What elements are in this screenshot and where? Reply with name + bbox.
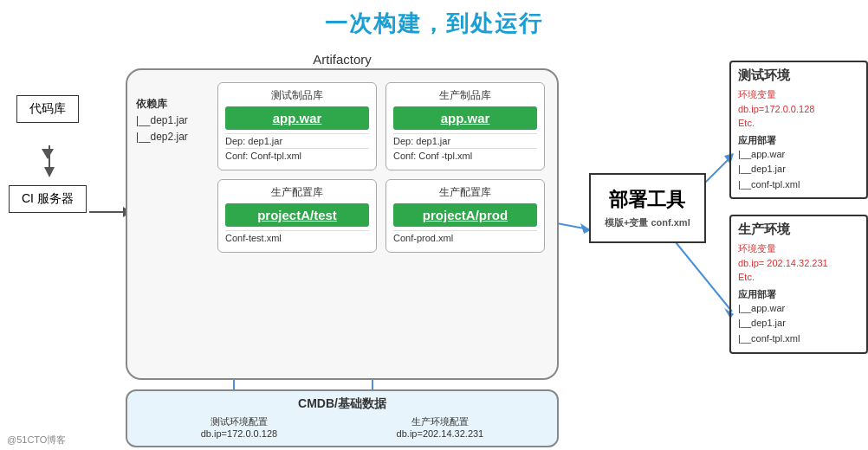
prod-product-conf: Conf: Conf -tpl.xml [393,148,537,163]
test-env-box: 测试环境 环境变量 db.ip=172.0.0.128Etc. 应用部署 |__… [729,61,868,199]
cmdb-test-label: 测试环境配置 [201,415,277,428]
test-config-repo: 生产配置库 projectA/test Conf-test.xml [217,179,377,253]
watermark: @51CTO博客 [7,434,66,447]
cmdb-body: CMDB/基础数据 测试环境配置 db.ip=172.0.0.128 生产环境配… [126,389,559,447]
test-env-vars-label: 环境变量 [738,87,859,102]
code-repo-box: 代码库 [16,95,79,123]
dep-lib-item1: |__dep1.jar [136,112,188,129]
prod-env-box: 生产环境 环境变量 db.ip= 202.14.32.231Etc. 应用部署 … [729,215,868,353]
cmdb-prod-ip: db.ip=202.14.32.231 [397,428,484,439]
artifactory-body: 依赖库 |__dep1.jar |__dep2.jar 测试制品库 app.wa… [126,68,559,380]
prod-env-deploy-items: |__app.war|__dep1.jar|__conf-tpl.xml [738,301,859,347]
dep-lib-item2: |__dep2.jar [136,129,188,145]
prod-product-dep: Dep: dep1.jar [393,133,537,148]
prod-config-title: 生产配置库 [393,185,537,200]
cmdb-container: CMDB/基础数据 测试环境配置 db.ip=172.0.0.128 生产环境配… [126,389,559,447]
test-product-conf: Conf: Conf-tpl.xml [225,148,369,163]
test-config-project: projectA/test [225,203,369,227]
prod-env-vars-label: 环境变量 [738,241,859,256]
deploy-tool-sub: 模版+变量 conf.xml [605,216,690,229]
test-env-deploy-label: 应用部署 [738,134,859,147]
prod-env-deploy-label: 应用部署 [738,288,859,301]
cmdb-items: 测试环境配置 db.ip=172.0.0.128 生产环境配置 db.ip=20… [141,415,543,439]
cmdb-title: CMDB/基础数据 [141,396,543,412]
test-product-title: 测试制品库 [225,88,369,103]
test-env-title: 测试环境 [738,68,859,84]
prod-product-app: app.war [393,106,537,130]
prod-config-project: projectA/prod [393,203,537,227]
down-arrow-1 [42,149,54,159]
prod-product-repo: 生产制品库 app.war Dep: dep1.jar Conf: Conf -… [385,82,545,170]
dep-lib-section: 依赖库 |__dep1.jar |__dep2.jar [136,96,188,146]
test-product-app: app.war [225,106,369,130]
deploy-tool-label: 部署工具 [605,187,690,213]
cmdb-prod-label: 生产环境配置 [397,415,484,428]
deploy-tool-box: 部署工具 模版+变量 conf.xml [589,173,706,243]
prod-config-conf: Conf-prod.xml [393,230,537,245]
prod-product-title: 生产制品库 [393,88,537,103]
prod-env-vars: db.ip= 202.14.32.231Etc. [738,256,859,285]
page-title: 一次构建，到处运行 [0,0,868,39]
test-product-dep: Dep: dep1.jar [225,133,369,148]
prod-env-title: 生产环境 [738,222,859,238]
main-area: 代码库 CI 服务器 Artifactory 依赖库 |__dep1.jar |… [0,43,868,450]
svg-line-8 [676,242,732,312]
test-config-title: 生产配置库 [225,185,369,200]
artifactory-container: Artifactory 依赖库 |__dep1.jar |__dep2.jar … [126,52,559,389]
artifactory-label: Artifactory [126,52,559,67]
dep-lib-title: 依赖库 [136,96,188,112]
cmdb-prod-env: 生产环境配置 db.ip=202.14.32.231 [397,415,484,439]
cmdb-test-ip: db.ip=172.0.0.128 [201,428,277,439]
test-env-vars: db.ip=172.0.0.128Etc. [738,102,859,131]
test-env-deploy-items: |__app.war|__dep1.jar|__conf-tpl.xml [738,147,859,193]
test-config-conf: Conf-test.xml [225,230,369,245]
left-panel: 代码库 CI 服务器 [9,95,87,213]
cmdb-test-env: 测试环境配置 db.ip=172.0.0.128 [201,415,277,439]
right-panel: 测试环境 环境变量 db.ip=172.0.0.128Etc. 应用部署 |__… [729,61,868,354]
inner-grid: 测试制品库 app.war Dep: dep1.jar Conf: Conf-t… [217,82,545,253]
test-product-repo: 测试制品库 app.war Dep: dep1.jar Conf: Conf-t… [217,82,377,170]
prod-config-repo: 生产配置库 projectA/prod Conf-prod.xml [385,179,545,253]
ci-server-box: CI 服务器 [9,185,87,213]
